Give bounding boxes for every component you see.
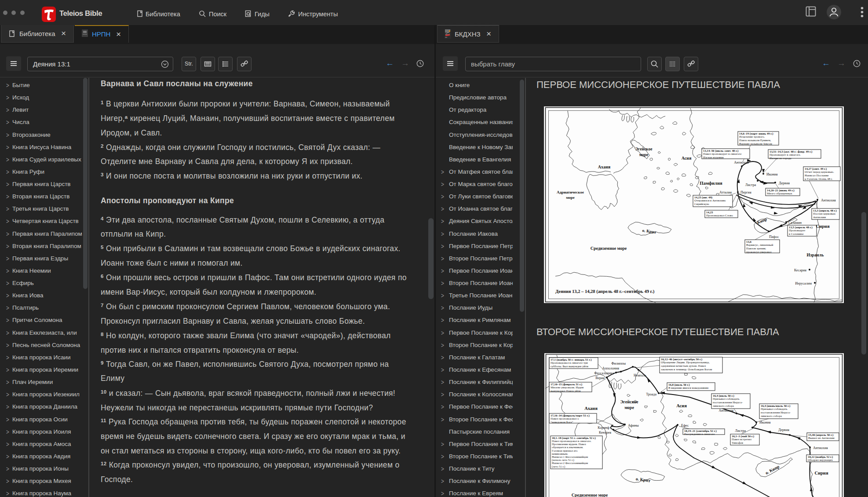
svg-text:Послан церковью: Послан церковью: [813, 212, 835, 215]
svg-text:Адриатическое: Адриатическое: [557, 190, 584, 194]
svg-text:Антиохия: Антиохия: [813, 446, 828, 450]
svg-text:море: море: [566, 195, 575, 200]
svg-text:проконсул уверовал: проконсул уверовал: [746, 250, 772, 253]
svg-text:постановления Иеруса-: постановления Иеруса-: [713, 401, 743, 404]
svg-text:Пергия: Пергия: [740, 190, 751, 194]
svg-text:Апполония: Апполония: [602, 366, 620, 370]
svg-text:Троада: Троада: [646, 392, 656, 396]
svg-text:вынуждают Павла уйти: вынуждают Павла уйти: [551, 389, 581, 392]
svg-text:Листра: Листра: [745, 183, 756, 187]
svg-text:Галлион признал его: Галлион признал его: [552, 449, 578, 452]
svg-text:Эгейское: Эгейское: [635, 147, 653, 151]
svg-text:Дервия: Дервия: [779, 181, 790, 185]
svg-text:Сирийскую: Сирийскую: [694, 202, 709, 205]
svg-text:13,6: 13,6: [746, 240, 751, 243]
svg-text:Атталия: Атталия: [719, 190, 732, 194]
svg-text:Написал Послание: Написал Послание: [805, 174, 829, 177]
svg-text:лимского собора: лимского собора: [761, 414, 782, 417]
svg-text:Иерусалим: Иерусалим: [795, 281, 812, 285]
svg-text:Коринф: Коринф: [598, 426, 609, 430]
svg-text:одержимая нечистым духом. Паве: одержимая нечистым духом. Павел: [661, 364, 706, 367]
svg-text:Листра: Листра: [735, 429, 746, 433]
svg-text:Исцеление хромого.: Исцеление хромого.: [739, 135, 765, 138]
svg-text:Ахаия: Ахаия: [584, 406, 598, 411]
svg-text:14,25: 14,25: [706, 211, 713, 214]
svg-text:Икония: Икония: [766, 172, 778, 176]
svg-text:Асия: Асия: [676, 403, 687, 408]
svg-text:Филиппы: Филиппы: [611, 362, 626, 365]
svg-text:Фессалоника: Фессалоника: [594, 371, 614, 375]
svg-text:Дервия: Дервия: [778, 428, 789, 432]
svg-text:Ефес: Ефес: [681, 424, 689, 428]
svg-text:в Саламине: в Саламине: [789, 232, 804, 235]
svg-text:лимского собора: лимского собора: [713, 404, 734, 407]
svg-text:Многие уверовали. Иудеи: Многие уверовали. Иудеи: [551, 386, 584, 389]
svg-text:Отчет перед церковью.: Отчет перед церковью.: [805, 170, 834, 173]
svg-text:Павел встретил: Павел встретил: [732, 438, 751, 441]
svg-text:(лето 51 г.): (лето 51 г.): [552, 465, 565, 468]
svg-text:Сирия: Сирия: [814, 471, 828, 475]
svg-text:Кесария: Кесария: [794, 268, 806, 272]
svg-text:Проповедовал Слово: Проповедовал Слово: [706, 214, 733, 217]
svg-text:Вышел из Антиохии: Вышел из Антиохии: [808, 436, 835, 439]
svg-text:Отправился в Антиохию: Отправился в Антиохию: [694, 199, 726, 202]
svg-text:Проповедовал в синагоге три: Проповедовал в синагоге три: [551, 361, 588, 364]
svg-text:Афины: Афины: [628, 424, 639, 428]
svg-text:Изгнан из города: Изгнан из города: [770, 157, 791, 160]
svg-text:Ахаия: Ахаия: [598, 164, 611, 169]
svg-text:Варвисус, лишенный: Варвисус, лишенный: [746, 243, 773, 246]
svg-text:Асия: Асия: [682, 156, 692, 161]
svg-text:Саламин: Саламин: [788, 221, 802, 225]
svg-text:"неведомом Боге": "неведомом Боге": [551, 420, 573, 424]
svg-text:Павел проповедовал о: Павел проповедовал о: [551, 417, 579, 420]
svg-text:Варнаву называли Зевсом: Варнаву называли Зевсом: [739, 142, 772, 145]
svg-text:море: море: [624, 405, 634, 410]
svg-text:море: море: [639, 153, 649, 157]
svg-text:В видении явился македонянин: В видении явился македонянин: [668, 386, 709, 389]
svg-text:Изгнан иудеями: Изгнан иудеями: [703, 156, 724, 159]
svg-text:Деяния 13,2 – 14,28 (апрель 48: Деяния 13,2 – 14,28 (апрель 48 г.–сентяб…: [555, 289, 655, 294]
svg-text:Павел проповедовал в синагоге.: Павел проповедовал в синагоге.: [552, 439, 591, 442]
svg-text:Павла называли Ермием,: Павла называли Ермием,: [739, 139, 771, 142]
svg-text:Проповедует в синагоге.: Проповедует в синагоге.: [770, 153, 801, 156]
svg-text:Памфилия: Памфилия: [700, 181, 722, 186]
svg-text:Рассуждения в синагоге: Рассуждения в синагоге: [684, 432, 715, 435]
svg-text:Тимофея: Тимофея: [732, 441, 743, 444]
svg-text:Антиохия: Антиохия: [734, 161, 749, 164]
svg-text:Пафос: Пафос: [769, 235, 779, 239]
svg-text:невиновным.: невиновным.: [552, 452, 568, 455]
svg-text:Призывал соблюдать: Призывал соблюдать: [713, 397, 740, 400]
svg-text:Написал 2 Фессалоникийцам: Написал 2 Фессалоникийцам: [552, 461, 588, 464]
svg-text:постановления Иеруса-: постановления Иеруса-: [761, 411, 791, 414]
svg-text:Павлом зрения;: Павлом зрения;: [746, 247, 766, 250]
svg-text:Верия: Верия: [595, 376, 605, 380]
svg-text:Средиземное море: Средиземное море: [572, 493, 608, 497]
svg-text:к Галатам. Осень 48 г.: к Галатам. Осень 48 г.: [805, 177, 833, 180]
svg-text:Антиохии: Антиохии: [813, 216, 826, 219]
svg-text:Павел проповедует в синагоге: Павел проповедует в синагоге: [703, 152, 741, 155]
svg-text:Сирия: Сирия: [816, 224, 830, 229]
svg-text:Эгейское: Эгейское: [620, 399, 638, 404]
svg-text:Ободрял верующих: Ободрял верующих: [808, 458, 833, 461]
svg-text:Антиохия: Антиохия: [821, 198, 836, 202]
svg-text:Израиль: Израиль: [806, 252, 824, 257]
svg-text:Призывал соблюдать: Призывал соблюдать: [761, 407, 788, 410]
svg-text:Икония: Икония: [759, 420, 771, 424]
svg-text:Неаполь: Неаполь: [634, 373, 646, 377]
svg-text:Обращение Лидии. Прорицательни: Обращение Лидии. Прорицательница,: [661, 361, 710, 364]
svg-text:Антиохия: Антиохия: [718, 409, 733, 413]
svg-text:Противление иудеев. Павел: Противление иудеев. Павел: [552, 442, 586, 446]
svg-text:Кенхрея: Кенхрея: [599, 431, 611, 435]
svg-text:Много обращенных: Много обращенных: [767, 192, 792, 195]
svg-text:Средиземное море: Средиземное море: [591, 246, 627, 251]
svg-text:обращается к язычникам.: обращается к язычникам.: [552, 446, 584, 449]
svg-text:Написал 1 Фессалоникийцам: Написал 1 Фессалоникийцам: [552, 455, 588, 458]
svg-text:субботы. Был вынужден уйти: субботы. Был вынужден уйти: [551, 365, 588, 368]
svg-text:заключен в темницу. Освобожден: заключен в темницу. Освобожден Богом: [661, 368, 712, 371]
svg-text:Проповедует: Проповедует: [789, 229, 806, 232]
